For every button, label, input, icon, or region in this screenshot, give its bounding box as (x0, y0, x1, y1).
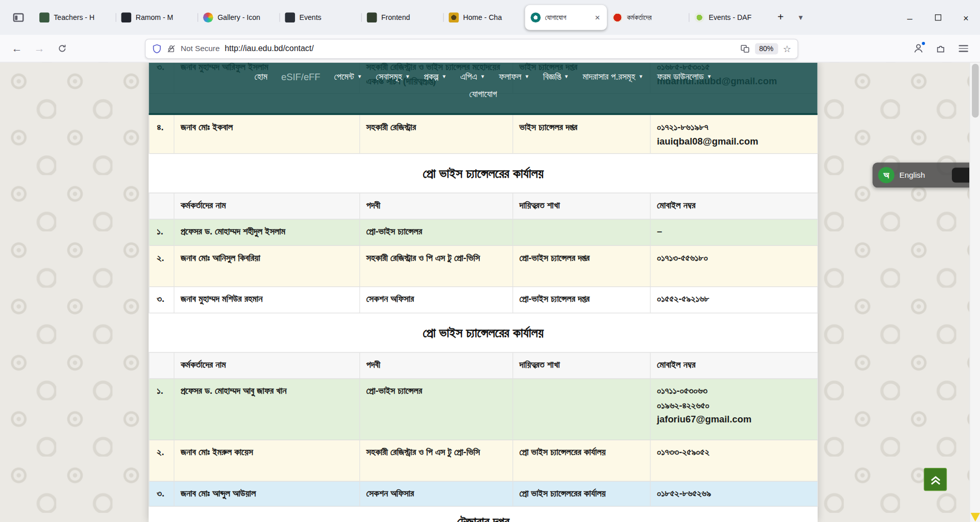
nav-item-esif-eff[interactable]: eSIF/eFF (275, 68, 327, 84)
extensions-button[interactable] (932, 39, 950, 58)
scrollbar-thumb[interactable] (972, 64, 978, 117)
window-controls: – × (896, 0, 980, 35)
browser-tab-gallery[interactable]: Gallery - Icon (198, 5, 279, 30)
row-dept: প্রো-ভাইস চ্যান্সেলর দপ্তর (513, 287, 650, 313)
nav-item-label: সেবাসমূহ (376, 70, 402, 82)
mobile-number: ০১৯৬২-৪২২৬৫০ (657, 398, 811, 412)
chevron-down-icon: ▼ (707, 74, 712, 79)
bookmark-star-icon[interactable]: ☆ (783, 43, 791, 54)
url-bar[interactable]: Not Secure http://iau.edu.bd/contact/ 80… (145, 38, 798, 58)
maximize-button[interactable] (924, 0, 952, 35)
section-title: প্রো ভাইস চ্যান্সেলরের কার্যালয় (149, 313, 817, 352)
minimize-button[interactable]: – (896, 0, 924, 35)
row-dept: প্রো-ভাইস চ্যান্সেলর দপ্তর (513, 246, 650, 287)
nav-item-notice[interactable]: বিজ্ঞপ্তি▼ (536, 68, 576, 84)
new-tab-button[interactable]: + (771, 8, 791, 28)
page-content-column: ৩. জনাব মুহাম্মদ আরিফুল ইসলাম সহকারী রেজ… (149, 62, 817, 522)
nav-item-projects[interactable]: প্রকল্প▼ (417, 68, 453, 84)
browser-tab-home[interactable]: Home - Cha (443, 5, 525, 30)
nav-item-payment[interactable]: পেমেন্ট▼ (327, 68, 369, 84)
zoom-level-badge[interactable]: 80% (755, 43, 778, 54)
nav-item-home[interactable]: হোম (248, 68, 274, 84)
row-name: জনাব মুহাম্মদ মশিউর রহমান (175, 287, 360, 313)
row-position: সেকশন অফিসার (360, 287, 513, 313)
nav-item-label: মাদরাসার প.রসমূহ (582, 70, 635, 82)
row-name: জনাব মোঃ আব্দুল আউয়াল (175, 482, 360, 507)
account-button[interactable] (909, 39, 927, 58)
tab-close-icon[interactable]: × (594, 12, 601, 22)
menu-button[interactable] (954, 39, 973, 58)
chevron-down-icon: ▼ (639, 74, 644, 79)
scrollbar[interactable] (969, 62, 980, 522)
scroll-to-top-button[interactable] (924, 468, 947, 491)
nav-item-label: eSIF/eFF (281, 71, 321, 82)
tab-title: Events (300, 14, 356, 21)
row-sl: ২. (150, 246, 175, 287)
main-nav: হোম eSIF/eFF পেমেন্ট▼ সেবাসমূহ▼ প্রকল্প▼… (149, 62, 817, 115)
scroll-bottom-marker-icon (971, 513, 980, 521)
row-mobile: ০১৫৫২-৫৯২১৬৮ (651, 287, 818, 313)
refresh-button[interactable] (53, 39, 71, 58)
nav-item-label: ফরম ডাউনলোড (657, 70, 703, 82)
insecure-lock-icon[interactable] (167, 44, 176, 53)
browser-tab-contact-active[interactable]: যোগাযোগ × (525, 5, 607, 30)
tab-favicon (285, 12, 295, 22)
mobile-number: ০১৭২১-৮৬১৯৮৭ (657, 120, 811, 134)
nav-item-apa[interactable]: এপিএ▼ (453, 68, 492, 84)
tab-favicon (39, 12, 50, 22)
email: jaforiu67@gmail.com (657, 412, 811, 426)
col-sl (150, 353, 175, 379)
row-dept: প্রো ভাইস চ্যান্সেলরের কার্যালয় (513, 482, 650, 507)
translate-widget[interactable]: অ English (872, 162, 980, 187)
firefox-view-icon (13, 13, 23, 22)
browser-tab-officials[interactable]: কর্মকর্তাদের (607, 5, 689, 30)
nav-item-label: ফলাফল (499, 70, 521, 82)
browser-tab-teachers[interactable]: Teachers - H (34, 5, 115, 30)
nav-item-form-download[interactable]: ফরম ডাউনলোড▼ (650, 68, 719, 84)
nav-item-label: এপিএ (460, 70, 477, 82)
tab-title: যোগাযোগ (545, 13, 590, 21)
forward-button[interactable]: → (30, 39, 49, 58)
security-label: Not Secure (181, 44, 220, 53)
nav-item-results[interactable]: ফলাফল▼ (492, 68, 536, 84)
tab-title: Gallery - Icon (217, 14, 274, 21)
tabs-container: Teachers - H Ramom - M Gallery - Icon Ev… (34, 0, 771, 35)
chevron-down-icon: ▼ (524, 74, 529, 79)
url-text[interactable]: http://iau.edu.bd/contact/ (225, 44, 313, 53)
back-button[interactable]: ← (8, 39, 27, 58)
translate-language-icon: অ (878, 167, 894, 183)
tab-favicon (203, 12, 213, 22)
browser-tab-frontend[interactable]: Frontend (361, 5, 443, 30)
extensions-puzzle-icon (936, 43, 946, 54)
browser-toolbar: ← → Not Secure http://iau.edu.bd/contact… (0, 35, 980, 63)
list-all-tabs-button[interactable]: ▼ (791, 8, 811, 28)
tab-favicon (121, 12, 132, 22)
table-row: ৩. জনাব মুহাম্মদ মশিউর রহমান সেকশন অফিসা… (149, 287, 817, 313)
row-position: সহকারী রেজিস্ট্রার ও পি এস টু প্রো-ভিসি (360, 440, 513, 482)
translate-page-icon[interactable] (740, 43, 750, 54)
table-row: ১. প্রফেসর ড. মোহাম্মদ আবু জাফর খান প্রো… (149, 379, 817, 440)
nav-item-services[interactable]: সেবাসমূহ▼ (369, 68, 417, 84)
tracking-protection-shield-icon[interactable] (152, 43, 162, 54)
notification-dot (921, 41, 926, 45)
nav-item-madrasah-list[interactable]: মাদরাসার প.রসমূহ▼ (576, 68, 650, 84)
row-position: প্রো-ভাইস চ্যান্সেলর (360, 220, 513, 246)
col-dept: দায়িত্বরত শাখা (513, 193, 650, 219)
col-mobile: মোবাইল নম্বর (651, 193, 818, 219)
maximize-icon (935, 14, 941, 20)
section-title: প্রো ভাইস চ্যান্সেলরের কার্যালয় (149, 154, 817, 193)
tab-favicon (367, 12, 377, 22)
browser-tab-ramom[interactable]: Ramom - M (116, 5, 198, 30)
table-header-row: কর্মকর্তাদের নাম পদবী দায়িত্বরত শাখা মো… (149, 352, 817, 379)
col-dept: দায়িত্বরত শাখা (513, 353, 650, 379)
translate-language-label[interactable]: English (899, 171, 947, 179)
browser-tab-events-daf[interactable]: Events - DAF (689, 5, 770, 30)
hamburger-icon (959, 45, 968, 52)
browser-tab-events[interactable]: Events (279, 5, 361, 30)
close-button[interactable]: × (952, 0, 980, 35)
nav-item-contact[interactable]: যোগাযোগ (462, 86, 504, 102)
row-position: প্রো-ভাইস চ্যান্সেলর (360, 379, 513, 440)
row-sl: ১. (150, 379, 175, 440)
chevron-down-icon: ▼ (480, 74, 485, 79)
firefox-view-button[interactable] (8, 7, 29, 28)
